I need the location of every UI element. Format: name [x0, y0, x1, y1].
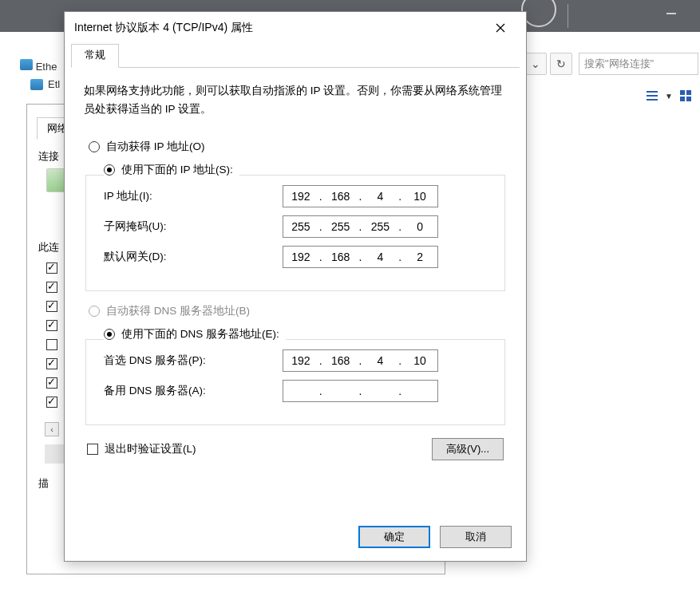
- radio-icon: [89, 306, 100, 317]
- radio-icon: [104, 329, 115, 340]
- subnet-mask-label: 子网掩码(U):: [99, 219, 283, 234]
- list-item-checkbox[interactable]: [46, 358, 57, 369]
- list-item-checkbox[interactable]: [46, 282, 57, 293]
- svg-rect-3: [680, 90, 685, 95]
- list-item-checkbox[interactable]: [46, 320, 57, 331]
- ethernet-tab-2[interactable]: Etl: [30, 78, 60, 90]
- validate-on-exit-checkbox[interactable]: 退出时验证设置(L): [87, 442, 196, 456]
- tab-general[interactable]: 常规: [71, 44, 119, 68]
- ethernet-tab-1[interactable]: Ethe: [20, 59, 57, 73]
- svg-rect-4: [686, 90, 691, 95]
- checkbox-label: 退出时验证设置(L): [105, 442, 196, 456]
- svg-rect-0: [647, 91, 658, 93]
- close-button[interactable]: [484, 15, 516, 41]
- description-label: 描: [38, 476, 49, 491]
- subnet-mask-input[interactable]: 255. 255. 255. 0: [283, 215, 438, 238]
- component-checklist: [46, 262, 57, 408]
- nav-dropdown-button[interactable]: ⌄: [524, 53, 547, 75]
- svg-rect-5: [680, 97, 685, 101]
- search-input[interactable]: 搜索"网络连接": [579, 53, 698, 75]
- radio-label: 自动获得 IP 地址(O): [106, 140, 205, 154]
- connection-uses-label: 此连: [38, 240, 59, 255]
- svg-rect-1: [647, 95, 658, 97]
- adapter-icon: [20, 59, 33, 70]
- radio-label: 使用下面的 DNS 服务器地址(E):: [121, 327, 279, 341]
- minimize-icon[interactable]: [666, 13, 676, 14]
- ip-address-input[interactable]: 192. 168. 4. 10: [283, 185, 438, 207]
- advanced-button[interactable]: 高级(V)...: [432, 438, 504, 460]
- scroll-left-button[interactable]: ‹: [45, 422, 59, 436]
- radio-icon: [104, 164, 115, 176]
- list-item-checkbox[interactable]: [46, 262, 57, 274]
- divider: [568, 4, 568, 28]
- radio-manual-dns[interactable]: 使用下面的 DNS 服务器地址(E):: [104, 327, 286, 341]
- refresh-button[interactable]: ↻: [550, 53, 572, 75]
- view-buttons: ▼: [641, 86, 697, 105]
- ip-fieldgroup: 使用下面的 IP 地址(S): IP 地址(I): 192. 168. 4. 1…: [85, 175, 505, 291]
- list-item-checkbox[interactable]: [46, 377, 57, 389]
- search-placeholder: 搜索"网络连接": [584, 57, 654, 71]
- description-text: 如果网络支持此功能，则可以获取自动指派的 IP 设置。否则，你需要从网络系统管理…: [84, 82, 507, 119]
- radio-label: 自动获得 DNS 服务器地址(B): [106, 304, 250, 318]
- cancel-button[interactable]: 取消: [440, 526, 512, 548]
- radio-auto-dns: 自动获得 DNS 服务器地址(B): [89, 304, 507, 318]
- svg-rect-2: [647, 99, 658, 101]
- list-item-checkbox[interactable]: [46, 397, 57, 408]
- titlebar: Internet 协议版本 4 (TCP/IPv4) 属性: [65, 12, 526, 44]
- radio-manual-ip[interactable]: 使用下面的 IP 地址(S):: [104, 163, 239, 177]
- radio-icon: [89, 141, 100, 152]
- preferred-dns-input[interactable]: 192. 168. 4. 10: [283, 349, 438, 372]
- ok-button[interactable]: 确定: [358, 526, 430, 548]
- ipv4-properties-dialog: Internet 协议版本 4 (TCP/IPv4) 属性 常规 如果网络支持此…: [64, 11, 527, 562]
- radio-label: 使用下面的 IP 地址(S):: [121, 163, 233, 177]
- view-tiles-button[interactable]: [674, 86, 697, 105]
- radio-auto-ip[interactable]: 自动获得 IP 地址(O): [89, 140, 507, 154]
- alternate-dns-input[interactable]: . . .: [283, 380, 438, 402]
- ip-address-label: IP 地址(I):: [99, 189, 283, 203]
- view-details-button[interactable]: [641, 86, 663, 105]
- checkbox-icon: [87, 444, 98, 455]
- svg-rect-6: [686, 97, 691, 101]
- dialog-title: Internet 协议版本 4 (TCP/IPv4) 属性: [74, 21, 484, 35]
- list-item-checkbox[interactable]: [46, 339, 57, 350]
- close-icon: [496, 23, 505, 33]
- connect-using-label: 连接: [38, 149, 59, 164]
- chevron-down-icon[interactable]: ▼: [665, 92, 673, 101]
- tabstrip: 常规: [71, 44, 520, 68]
- preferred-dns-label: 首选 DNS 服务器(P):: [99, 353, 283, 368]
- adapter-icon: [30, 79, 43, 90]
- alternate-dns-label: 备用 DNS 服务器(A):: [99, 384, 283, 398]
- gateway-input[interactable]: 192. 168. 4. 2: [283, 246, 438, 268]
- dns-fieldgroup: 使用下面的 DNS 服务器地址(E): 首选 DNS 服务器(P): 192. …: [85, 339, 505, 425]
- gateway-label: 默认网关(D):: [99, 250, 283, 264]
- list-item-checkbox[interactable]: [46, 301, 57, 312]
